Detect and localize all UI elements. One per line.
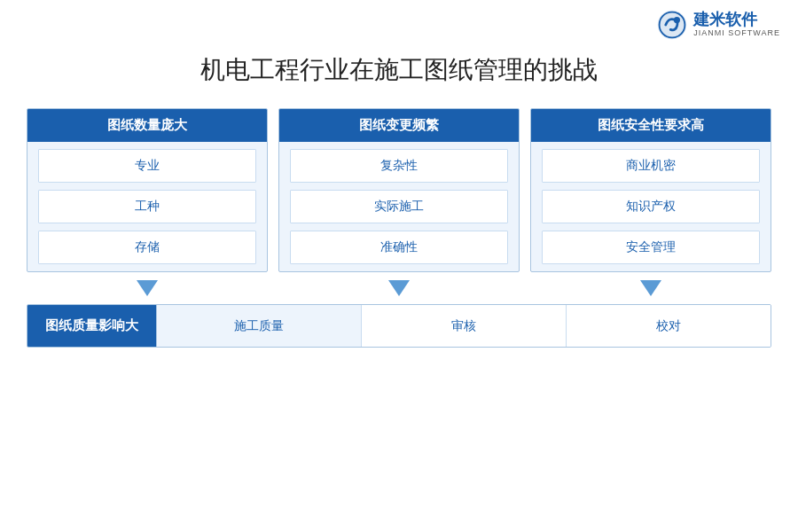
logo: 建米软件 JIANMI SOFTWARE [656,9,780,41]
bottom-bar-item-1: 施工质量 [156,305,361,347]
logo-cn: 建米软件 [693,12,780,29]
list-item: 实际施工 [290,190,508,223]
list-item: 存储 [38,231,256,264]
arrow-cell-2 [278,276,520,301]
columns-row: 图纸数量庞大 专业 工种 存储 图纸变更频繁 复杂性 实际施工 准确性 图纸安全… [27,108,771,272]
column-items-1: 专业 工种 存储 [27,142,267,271]
logo-icon [656,9,688,41]
list-item: 工种 [38,190,256,223]
logo-en: JIANMI SOFTWARE [693,29,780,38]
bottom-bar-item-2: 审核 [361,305,566,347]
arrows-row [27,276,771,301]
bottom-bar-items: 施工质量 审核 校对 [156,305,771,347]
list-item: 安全管理 [542,231,760,264]
list-item: 知识产权 [542,190,760,223]
content-area: 图纸数量庞大 专业 工种 存储 图纸变更频繁 复杂性 实际施工 准确性 图纸安全… [0,108,798,348]
bottom-bar: 图纸质量影响大 施工质量 审核 校对 [27,304,771,348]
arrow-cell-3 [530,276,771,301]
list-item: 复杂性 [290,149,508,183]
column-items-2: 复杂性 实际施工 准确性 [279,142,519,271]
svg-point-0 [658,11,686,39]
list-item: 专业 [38,149,256,183]
column-header-2: 图纸变更频繁 [279,109,519,142]
arrow-cell-1 [27,276,268,301]
column-items-3: 商业机密 知识产权 安全管理 [531,142,771,271]
arrow-down-icon [388,280,410,296]
column-box-3: 图纸安全性要求高 商业机密 知识产权 安全管理 [530,108,771,272]
column-box-2: 图纸变更频繁 复杂性 实际施工 准确性 [278,108,520,272]
bottom-bar-header: 图纸质量影响大 [27,305,156,347]
list-item: 准确性 [290,231,508,264]
list-item: 商业机密 [542,149,760,183]
svg-point-1 [674,17,680,23]
logo-text: 建米软件 JIANMI SOFTWARE [693,12,780,38]
arrow-down-icon [640,280,661,296]
arrow-down-icon [137,280,158,296]
bottom-bar-item-3: 校对 [566,305,771,347]
column-header-3: 图纸安全性要求高 [531,109,771,142]
column-header-1: 图纸数量庞大 [27,109,267,142]
column-box-1: 图纸数量庞大 专业 工种 存储 [27,108,268,272]
